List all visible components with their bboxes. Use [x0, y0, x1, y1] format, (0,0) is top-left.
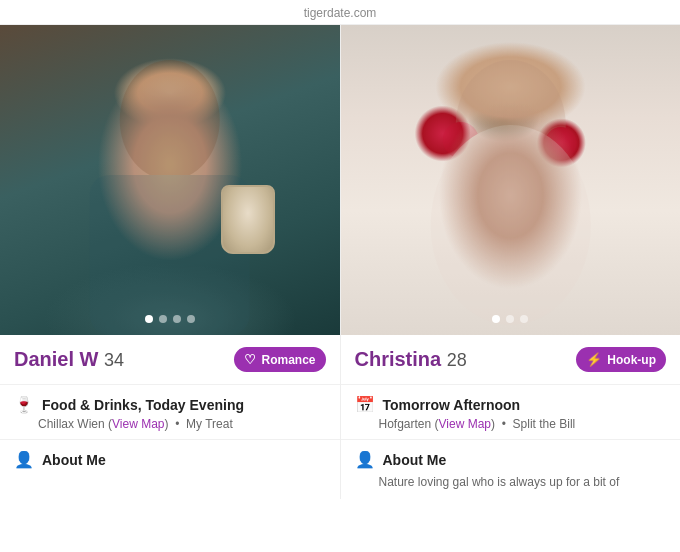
date-title-row-daniel: 🍷 Food & Drinks, Today Evening	[14, 395, 326, 414]
date-icon-christina: 📅	[355, 395, 375, 414]
name-row-daniel: Daniel W 34 ♡ Romance	[14, 347, 326, 372]
dot-c-2	[506, 315, 514, 323]
card-photo-daniel[interactable]	[0, 25, 340, 335]
about-icon-christina: 👤	[355, 450, 375, 469]
svg-point-0	[120, 60, 220, 180]
card-about-daniel: 👤 About Me	[0, 440, 340, 481]
about-row-daniel: 👤 About Me	[14, 450, 326, 469]
badge-hookup-label: Hook-up	[607, 353, 656, 367]
about-icon-daniel: 👤	[14, 450, 34, 469]
dot-4	[187, 315, 195, 323]
card-about-christina: 👤 About Me Nature loving gal who is alwa…	[341, 440, 681, 499]
about-title-daniel: About Me	[42, 452, 106, 468]
badge-hookup[interactable]: ⚡ Hook-up	[576, 347, 666, 372]
card-daniel: Daniel W 34 ♡ Romance 🍷 Food & Drinks, T…	[0, 25, 341, 499]
about-title-christina: About Me	[383, 452, 447, 468]
name-row-christina: Christina 28 ⚡ Hook-up	[355, 347, 667, 372]
badge-romance-label: Romance	[261, 353, 315, 367]
about-row-christina: 👤 About Me	[355, 450, 667, 469]
card-date-christina: 📅 Tomorrow Afternoon Hofgarten (View Map…	[341, 385, 681, 440]
badge-romance[interactable]: ♡ Romance	[234, 347, 325, 372]
date-title-christina: Tomorrow Afternoon	[383, 397, 521, 413]
badge-romance-icon: ♡	[244, 352, 256, 367]
dot-c-3	[520, 315, 528, 323]
dot-2	[159, 315, 167, 323]
svg-point-5	[430, 125, 590, 325]
card-christina: Christina 28 ⚡ Hook-up 📅 Tomorrow Aftern…	[341, 25, 681, 499]
view-map-christina[interactable]: View Map	[439, 417, 491, 431]
photo-dots-christina	[341, 315, 681, 323]
cards-container: Daniel W 34 ♡ Romance 🍷 Food & Drinks, T…	[0, 25, 680, 499]
badge-hookup-icon: ⚡	[586, 352, 602, 367]
date-title-row-christina: 📅 Tomorrow Afternoon	[355, 395, 667, 414]
date-title-daniel: Food & Drinks, Today Evening	[42, 397, 244, 413]
about-text-christina: Nature loving gal who is always up for a…	[355, 473, 667, 491]
view-map-daniel[interactable]: View Map	[112, 417, 164, 431]
date-details-christina: Hofgarten (View Map) • Split the Bill	[355, 417, 667, 431]
name-age-christina: Christina 28	[355, 348, 467, 371]
dot-c-1	[492, 315, 500, 323]
name-age-daniel: Daniel W 34	[14, 348, 124, 371]
dot-1	[145, 315, 153, 323]
date-icon-daniel: 🍷	[14, 395, 34, 414]
svg-rect-1	[90, 175, 250, 335]
photo-dots-daniel	[0, 315, 340, 323]
card-info-christina: Christina 28 ⚡ Hook-up	[341, 335, 681, 385]
dot-3	[173, 315, 181, 323]
site-header: tigerdate.com	[0, 0, 680, 25]
card-date-daniel: 🍷 Food & Drinks, Today Evening Chillax W…	[0, 385, 340, 440]
card-photo-christina[interactable]	[341, 25, 681, 335]
date-details-daniel: Chillax Wien (View Map) • My Treat	[14, 417, 326, 431]
card-info-daniel: Daniel W 34 ♡ Romance	[0, 335, 340, 385]
